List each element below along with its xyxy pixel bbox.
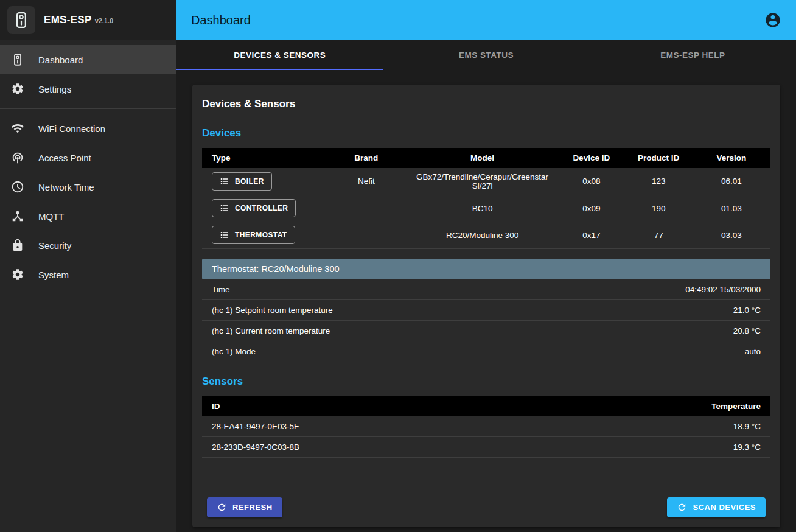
gear-icon <box>10 267 25 282</box>
detail-value: 21.0 °C <box>733 306 761 315</box>
detail-row-current-temp: (hc 1) Current room temperature 20.8 °C <box>202 321 770 341</box>
refresh-icon <box>217 502 227 513</box>
device-brand: — <box>326 195 407 222</box>
refresh-icon <box>677 502 687 513</box>
lock-icon <box>10 238 25 253</box>
tab-ems-status[interactable]: EMS STATUS <box>383 40 589 70</box>
device-row-boiler: BOILER Nefit GBx72/Trendline/Cerapur/Gre… <box>202 168 770 195</box>
sidebar-item-dashboard[interactable]: Dashboard <box>0 45 176 74</box>
device-model: BC10 <box>407 195 558 222</box>
column-header-product-id: Product ID <box>624 148 693 168</box>
sidebar-header: EMS-ESPv2.1.0 <box>0 0 176 40</box>
sidebar-item-label: Dashboard <box>38 55 83 65</box>
content-area: Devices & Sensors Devices Type Brand Mod… <box>176 70 796 532</box>
tab-ems-esp-help[interactable]: EMS-ESP HELP <box>590 40 796 70</box>
device-version: 06.01 <box>693 168 770 195</box>
wifi-icon <box>10 121 25 136</box>
account-icon[interactable] <box>764 12 781 29</box>
sensor-row: 28-EA41-9497-0E03-5F 18.9 °C <box>202 416 770 437</box>
sensors-table-header-row: ID Temperature <box>202 396 770 416</box>
detail-value: 04:49:02 15/03/2000 <box>685 285 761 294</box>
detail-label: (hc 1) Setpoint room temperature <box>212 306 333 315</box>
detail-value: auto <box>745 347 761 356</box>
tab-devices-sensors[interactable]: DEVICES & SENSORS <box>176 40 383 70</box>
device-type-label: THERMOSTAT <box>235 231 287 239</box>
column-header-temperature: Temperature <box>548 396 770 416</box>
refresh-button-label: REFRESH <box>232 503 273 512</box>
sidebar-item-label: Network Time <box>38 182 94 192</box>
sidebar-nav: Dashboard Settings WiFi Connection Acces… <box>0 40 176 289</box>
sidebar-item-network-time[interactable]: Network Time <box>0 172 176 201</box>
sidebar-item-wifi-connection[interactable]: WiFi Connection <box>0 114 176 143</box>
devices-sensors-card: Devices & Sensors Devices Type Brand Mod… <box>192 85 780 527</box>
sidebar-item-label: Security <box>38 240 71 251</box>
app-version: v2.1.0 <box>95 17 114 24</box>
list-icon <box>220 177 229 186</box>
column-header-brand: Brand <box>326 148 407 168</box>
device-version: 03.03 <box>693 222 770 248</box>
sidebar-item-label: MQTT <box>38 211 65 222</box>
app-logo-icon <box>7 6 35 34</box>
sensors-section-title: Sensors <box>202 376 770 388</box>
device-row-thermostat: THERMOSTAT — RC20/Moduline 300 0x17 77 0… <box>202 222 770 248</box>
device-model: GBx72/Trendline/Cerapur/Greenstar Si/27i <box>407 168 558 195</box>
devices-section-title: Devices <box>202 127 770 139</box>
thermostat-device-button[interactable]: THERMOSTAT <box>212 226 295 244</box>
sensor-temperature: 19.3 °C <box>548 437 770 458</box>
main-area: Dashboard DEVICES & SENSORS EMS STATUS E… <box>176 0 796 532</box>
detail-value: 20.8 °C <box>733 326 761 335</box>
sidebar-item-label: Access Point <box>38 153 91 163</box>
card-title: Devices & Sensors <box>202 98 770 110</box>
device-version: 01.03 <box>693 195 770 222</box>
list-icon <box>220 230 229 240</box>
device-model: RC20/Moduline 300 <box>407 222 558 248</box>
device-product-id: 77 <box>624 222 693 248</box>
device-product-id: 190 <box>624 195 693 222</box>
detail-label: Time <box>212 285 230 294</box>
detail-row-mode: (hc 1) Mode auto <box>202 341 770 362</box>
sidebar-divider <box>0 108 176 109</box>
sidebar-item-system[interactable]: System <box>0 260 176 289</box>
devices-table: Type Brand Model Device ID Product ID Ve… <box>202 148 770 249</box>
sidebar-item-access-point[interactable]: Access Point <box>0 143 176 172</box>
device-id: 0x08 <box>558 168 624 195</box>
app-name: EMS-ESP <box>44 14 92 26</box>
device-hub-icon <box>10 209 25 223</box>
sidebar-item-settings[interactable]: Settings <box>0 74 176 103</box>
sidebar-item-label: Settings <box>38 84 71 94</box>
boiler-device-button[interactable]: BOILER <box>212 172 272 191</box>
column-header-version: Version <box>693 148 770 168</box>
column-header-device-id: Device ID <box>558 148 624 168</box>
detail-label: (hc 1) Current room temperature <box>212 326 330 335</box>
device-id: 0x09 <box>558 195 624 222</box>
sidebar-item-mqtt[interactable]: MQTT <box>0 201 176 231</box>
device-row-controller: CONTROLLER — BC10 0x09 190 01.03 <box>202 195 770 222</box>
sidebar-item-label: WiFi Connection <box>38 124 105 134</box>
device-type-label: CONTROLLER <box>235 204 288 212</box>
device-icon <box>10 52 25 67</box>
detail-label: (hc 1) Mode <box>212 347 256 356</box>
device-brand: Nefit <box>326 168 407 195</box>
device-brand: — <box>326 222 407 248</box>
sidebar: EMS-ESPv2.1.0 Dashboard Settings WiFi Co… <box>0 0 176 532</box>
scan-devices-button-label: SCAN DEVICES <box>693 503 756 512</box>
scan-devices-button[interactable]: SCAN DEVICES <box>667 497 766 517</box>
page-title: Dashboard <box>191 13 251 27</box>
list-icon <box>220 203 229 213</box>
device-id: 0x17 <box>558 222 624 248</box>
clock-icon <box>10 180 25 194</box>
controller-device-button[interactable]: CONTROLLER <box>212 199 296 217</box>
thermostat-detail-header: Thermostat: RC20/Moduline 300 <box>202 259 770 279</box>
sensors-table: ID Temperature 28-EA41-9497-0E03-5F 18.9… <box>202 396 770 458</box>
sensor-id: 28-233D-9497-0C03-8B <box>202 437 548 458</box>
detail-row-time: Time 04:49:02 15/03/2000 <box>202 279 770 300</box>
devices-table-header-row: Type Brand Model Device ID Product ID Ve… <box>202 148 770 168</box>
sidebar-item-security[interactable]: Security <box>0 231 176 260</box>
tab-bar: DEVICES & SENSORS EMS STATUS EMS-ESP HEL… <box>176 40 796 70</box>
device-product-id: 123 <box>624 168 693 195</box>
sensor-row: 28-233D-9497-0C03-8B 19.3 °C <box>202 437 770 458</box>
refresh-button[interactable]: REFRESH <box>207 497 282 517</box>
access-point-icon <box>10 150 25 165</box>
device-type-label: BOILER <box>235 177 264 186</box>
app-bar: Dashboard <box>176 0 796 40</box>
